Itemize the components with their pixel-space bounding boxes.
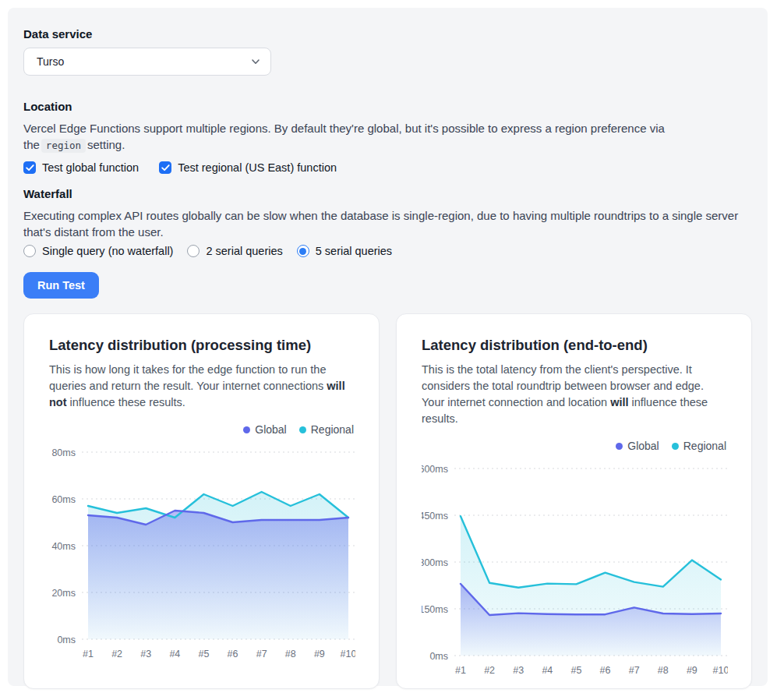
- regional-series-dot-icon: [299, 426, 306, 433]
- radio-5-serial-queries[interactable]: 5 serial queries: [297, 245, 392, 257]
- svg-text:#9: #9: [687, 665, 697, 676]
- radio-icon[interactable]: [297, 245, 309, 257]
- svg-text:450ms: 450ms: [422, 511, 448, 522]
- global-series-dot-icon: [616, 443, 623, 450]
- region-code-chip: region: [41, 139, 86, 153]
- svg-text:#8: #8: [658, 665, 669, 676]
- checkbox-icon[interactable]: [23, 161, 36, 174]
- svg-text:#6: #6: [600, 665, 611, 676]
- svg-text:80ms: 80ms: [51, 447, 76, 458]
- data-service-heading: Data service: [23, 27, 752, 41]
- svg-text:#5: #5: [198, 649, 209, 659]
- radio-label: 2 serial queries: [206, 245, 282, 257]
- processing-time-chart: 0ms20ms40ms60ms80ms#1#2#3#4#5#6#7#8#9#10: [49, 442, 354, 666]
- legend-label: Regional: [683, 440, 726, 452]
- svg-text:#2: #2: [484, 665, 495, 676]
- svg-text:0ms: 0ms: [57, 635, 76, 645]
- svg-text:20ms: 20ms: [51, 588, 76, 599]
- svg-text:#2: #2: [111, 649, 122, 659]
- svg-text:#4: #4: [169, 649, 180, 659]
- svg-text:#5: #5: [570, 665, 581, 676]
- data-service-selected-value: Turso: [37, 55, 64, 68]
- waterfall-radio-row: Single query (no waterfall) 2 serial que…: [23, 245, 752, 257]
- chart-cards-row: Latency distribution (processing time) T…: [23, 313, 752, 689]
- svg-text:150ms: 150ms: [422, 604, 448, 615]
- card-description: This is the total latency from the clien…: [422, 362, 726, 427]
- radio-label: 5 serial queries: [316, 245, 392, 257]
- waterfall-description: Executing complex API routes globally ca…: [23, 207, 752, 240]
- global-series-dot-icon: [243, 426, 250, 433]
- card-title: Latency distribution (processing time): [49, 336, 354, 355]
- checkbox-test-regional-function[interactable]: Test regional (US East) function: [159, 161, 337, 174]
- app-panel: Data service Turso Location Vercel Edge …: [8, 8, 768, 686]
- checkbox-icon[interactable]: [159, 161, 171, 174]
- svg-text:#6: #6: [228, 649, 238, 659]
- check-icon: [26, 164, 34, 171]
- svg-text:#7: #7: [256, 649, 267, 659]
- svg-text:#3: #3: [140, 649, 151, 659]
- legend-item-regional: Regional: [299, 423, 354, 436]
- chevron-down-icon: [250, 56, 261, 67]
- regional-series-dot-icon: [672, 443, 679, 450]
- location-checkbox-row: Test global function Test regional (US E…: [23, 161, 752, 174]
- processing-time-card: Latency distribution (processing time) T…: [23, 313, 380, 689]
- svg-text:60ms: 60ms: [51, 494, 76, 505]
- card-title: Latency distribution (end-to-end): [422, 336, 726, 355]
- svg-text:#4: #4: [542, 665, 553, 676]
- chart-legend: Global Regional: [49, 423, 354, 436]
- svg-text:#7: #7: [629, 665, 640, 676]
- location-heading: Location: [23, 99, 752, 114]
- checkbox-label: Test global function: [42, 161, 139, 174]
- svg-text:40ms: 40ms: [51, 541, 76, 552]
- svg-text:600ms: 600ms: [422, 464, 448, 475]
- checkbox-test-global-function[interactable]: Test global function: [23, 161, 139, 174]
- run-test-button[interactable]: Run Test: [23, 272, 99, 299]
- svg-text:300ms: 300ms: [422, 557, 448, 568]
- legend-item-regional: Regional: [672, 440, 726, 452]
- chart-legend: Global Regional: [422, 440, 726, 452]
- radio-icon[interactable]: [23, 245, 36, 257]
- end-to-end-card: Latency distribution (end-to-end) This i…: [396, 313, 752, 689]
- radio-2-serial-queries[interactable]: 2 serial queries: [187, 245, 282, 257]
- radio-single-query[interactable]: Single query (no waterfall): [23, 245, 173, 257]
- data-service-select[interactable]: Turso: [23, 48, 271, 76]
- svg-text:#9: #9: [314, 649, 325, 659]
- legend-label: Global: [627, 440, 659, 452]
- radio-icon[interactable]: [187, 245, 200, 257]
- svg-text:0ms: 0ms: [429, 651, 448, 662]
- check-icon: [161, 164, 170, 171]
- checkbox-label: Test regional (US East) function: [178, 161, 337, 174]
- svg-text:#1: #1: [83, 649, 94, 659]
- svg-text:#10: #10: [713, 665, 728, 676]
- svg-text:#3: #3: [513, 665, 524, 676]
- legend-label: Regional: [311, 423, 354, 436]
- legend-label: Global: [255, 423, 286, 436]
- end-to-end-chart: 0ms150ms300ms450ms600ms#1#2#3#4#5#6#7#8#…: [422, 458, 726, 683]
- svg-text:#8: #8: [285, 649, 296, 659]
- legend-item-global: Global: [243, 423, 286, 436]
- waterfall-heading: Waterfall: [23, 186, 752, 201]
- location-description: Vercel Edge Functions support multiple r…: [23, 120, 752, 154]
- svg-text:#1: #1: [455, 665, 466, 676]
- legend-item-global: Global: [616, 440, 659, 452]
- radio-label: Single query (no waterfall): [42, 245, 173, 257]
- svg-text:#10: #10: [341, 649, 355, 659]
- card-description: This is how long it takes for the edge f…: [49, 362, 354, 411]
